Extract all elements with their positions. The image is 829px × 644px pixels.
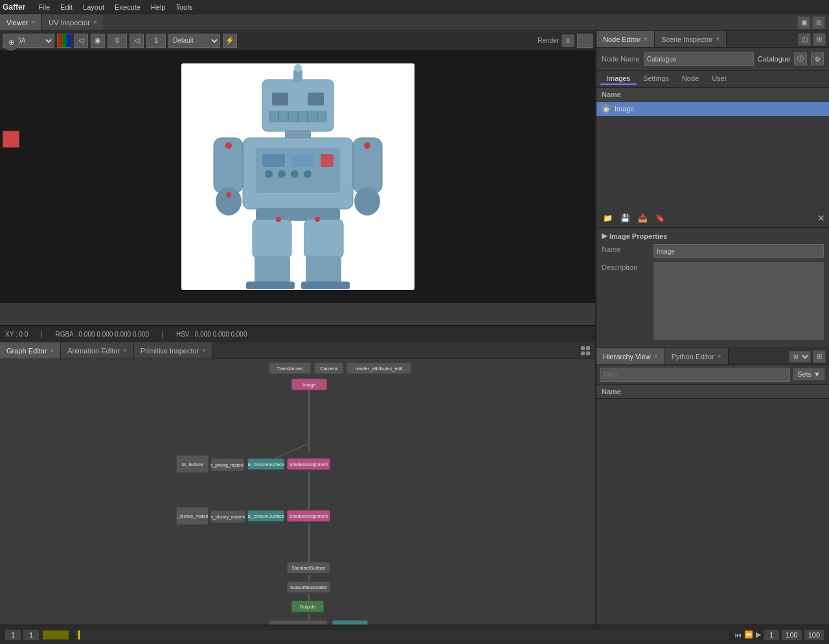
save-icon[interactable]: 💾 <box>618 212 633 224</box>
timeline[interactable] <box>75 630 729 639</box>
lut-btn[interactable]: ⚡ <box>223 34 237 48</box>
navigate-tool[interactable]: ⊕ <box>3 34 19 50</box>
status-rgba: RGBA : 0.000 0.000 0.000 0.000 <box>55 331 149 338</box>
tab-viewer[interactable]: Viewer × <box>0 14 42 30</box>
hierarchy-display-select[interactable]: ⊞ <box>789 351 811 362</box>
tab-hierarchy-close[interactable]: × <box>654 353 658 360</box>
node-render-attr[interactable]: render_attributes_edit <box>346 362 411 374</box>
tab-python-close[interactable]: × <box>718 353 721 360</box>
right-layout-btn2[interactable]: ⊞ <box>813 33 826 46</box>
svg-rect-1 <box>262 80 334 131</box>
render-label: Render <box>538 37 559 44</box>
menu-execute[interactable]: Execute <box>109 2 146 12</box>
sets-dropdown-btn[interactable]: Sets ▼ <box>793 368 825 381</box>
frame-marker <box>43 630 69 639</box>
settings-gear-btn[interactable]: ⚙ <box>811 52 824 65</box>
node-catalogue[interactable]: Catalogue <box>332 620 368 625</box>
prop-name-input[interactable]: Image <box>653 244 824 258</box>
tab-hierarchy-view[interactable]: Hierarchy View × <box>596 348 665 364</box>
svg-point-33 <box>225 142 232 149</box>
node-scatter[interactable]: StandardSurface <box>287 562 330 573</box>
graph-settings-btn[interactable] <box>576 342 595 359</box>
table-row-image[interactable]: ◉ Image <box>596 102 829 116</box>
menu-layout[interactable]: Layout <box>78 2 109 12</box>
node-tab-node[interactable]: Node <box>676 73 705 85</box>
tab-scene-close[interactable]: × <box>716 36 720 43</box>
render-num-input[interactable] <box>577 34 593 48</box>
tab-uv-inspector[interactable]: UV Inspector × <box>42 14 104 30</box>
right-layout-btn1[interactable]: ◫ <box>798 33 811 46</box>
node-tab-images[interactable]: Images <box>600 73 637 85</box>
start-frame[interactable]: 1 <box>5 630 21 640</box>
tab-graph-close[interactable]: × <box>50 347 54 354</box>
tab-graph-editor[interactable]: Graph Editor × <box>0 342 61 359</box>
tab-node-editor[interactable]: Node Editor × <box>596 31 655 47</box>
play-btn[interactable]: ▶ <box>756 630 761 639</box>
import-icon[interactable]: 📥 <box>635 212 650 224</box>
node-phong1[interactable]: ss_phong_material <box>210 458 244 471</box>
tab-anim-close[interactable]: × <box>123 347 127 354</box>
folder-icon[interactable]: 📁 <box>600 212 615 224</box>
bookmark-icon[interactable]: 🔖 <box>653 212 668 224</box>
render-controls: Render ⏸ <box>538 34 593 48</box>
prop-desc-label: Description <box>602 262 653 271</box>
color-channels-btn[interactable] <box>57 34 71 48</box>
fps-display[interactable]: 100 <box>804 630 824 640</box>
viewer-content[interactable] <box>0 50 595 303</box>
node-closure2[interactable]: ai_closureSurface <box>247 510 284 522</box>
tab-primitive-inspector[interactable]: Primitive Inspector × <box>134 342 213 359</box>
step-back-btn[interactable]: ⏪ <box>744 630 753 639</box>
node-transformer[interactable]: Transformer <box>269 362 311 374</box>
skip-start-btn[interactable]: ⏮ <box>734 631 742 639</box>
render-pause-btn[interactable]: ⏸ <box>562 34 574 47</box>
current-frame[interactable]: 1 <box>23 630 39 640</box>
node-image[interactable]: Image <box>291 379 327 390</box>
node-texture1[interactable]: ss_texture <box>176 455 209 473</box>
node-subsurface[interactable]: SubsurfaceScatter <box>287 581 330 593</box>
node-tab-user[interactable]: User <box>705 73 733 85</box>
properties-close-btn[interactable]: ✕ <box>817 213 825 223</box>
tab-python-editor[interactable]: Python Editor × <box>665 348 729 364</box>
hierarchy-layout-btn[interactable]: ⊞ <box>813 350 826 363</box>
graph-canvas[interactable]: Transformer Camera render_attributes_edi… <box>0 359 595 625</box>
tab-scene-inspector[interactable]: Scene Inspector × <box>655 31 727 47</box>
display-select[interactable]: Default <box>168 34 220 48</box>
image-row-name: Image <box>615 105 635 113</box>
clamp-btn[interactable]: ◁ <box>74 34 88 48</box>
node-name-input[interactable]: Catalogue <box>644 52 754 66</box>
info-btn[interactable]: ⓘ <box>794 52 807 65</box>
menu-edit[interactable]: Edit <box>55 2 78 12</box>
svg-point-36 <box>276 217 281 222</box>
node-tab-settings[interactable]: Settings <box>637 73 676 85</box>
tab-animation-editor[interactable]: Animation Editor × <box>61 342 134 359</box>
prop-desc-textarea[interactable] <box>653 262 824 340</box>
node-phong2[interactable]: ss_disney_material <box>210 510 245 523</box>
tab-viewer-close[interactable]: × <box>31 19 35 26</box>
menu-file[interactable]: File <box>33 2 55 12</box>
node-closure1[interactable]: ai_closureSurface <box>247 458 284 470</box>
exposure-input[interactable]: 0 <box>108 34 127 48</box>
top-tab-bar: Viewer × UV Inspector × ▣ ⊞ <box>0 14 829 31</box>
status-xy: XY : 0 0 <box>5 331 28 338</box>
menu-help[interactable]: Help <box>146 2 171 12</box>
node-shader2[interactable]: ShaderAssignment <box>287 510 330 522</box>
playback-current[interactable]: 1 <box>764 630 779 640</box>
color-sample-tool[interactable] <box>3 131 19 148</box>
layout-btn-1[interactable]: ▣ <box>797 16 810 29</box>
hierarchy-filter-input[interactable] <box>600 368 790 382</box>
node-camera[interactable]: Camera <box>314 362 343 374</box>
tab-node-close[interactable]: × <box>644 36 648 43</box>
gamma-input[interactable]: 1 <box>146 34 166 48</box>
end-frame[interactable]: 100 <box>782 630 801 640</box>
tab-uv-close[interactable]: × <box>93 19 97 26</box>
node-outputs[interactable]: Outputs <box>291 601 324 612</box>
node-interactive[interactable]: InteractiveRenderNodes <box>269 620 327 625</box>
tab-prim-close[interactable]: × <box>202 347 206 354</box>
svg-rect-26 <box>256 208 340 221</box>
svg-point-18 <box>265 170 273 178</box>
menu-tools[interactable]: Tools <box>170 2 198 12</box>
layout-btn-2[interactable]: ⊞ <box>812 16 825 29</box>
status-divider-1 <box>41 331 42 339</box>
node-texture2[interactable]: ss_disney_material <box>176 507 209 525</box>
node-shader1[interactable]: ShaderAssignment <box>287 458 330 470</box>
